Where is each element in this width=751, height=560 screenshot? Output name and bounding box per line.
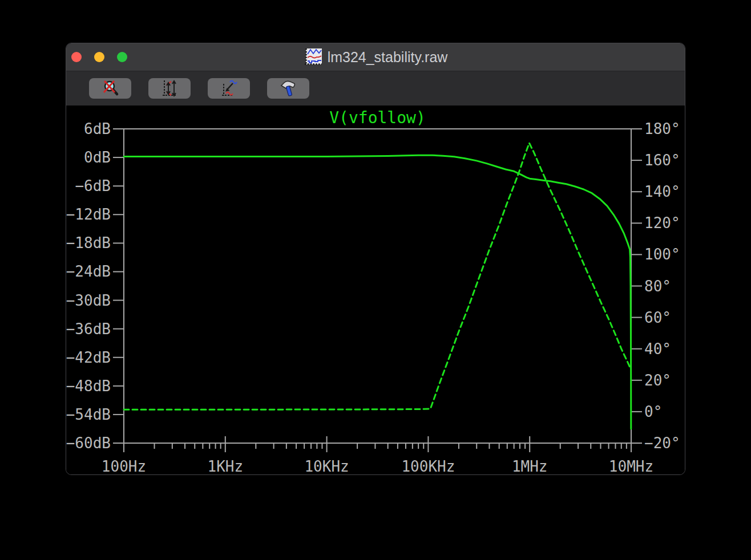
- x-tick-label: 1MHz: [512, 458, 548, 475]
- bode-plot-canvas[interactable]: 6dB0dB−6dB−12dB−18dB−24dB−30dB−36dB−42dB…: [66, 105, 685, 475]
- y-right-tick-label: 0°: [644, 403, 662, 420]
- x-tick-label: 100Hz: [102, 458, 146, 475]
- window-title-group: lm324_stability.raw: [304, 43, 448, 71]
- y-right-tick-label: 60°: [644, 309, 671, 326]
- minimize-button[interactable]: [94, 52, 104, 62]
- y-left-tick-label: −60dB: [66, 435, 111, 452]
- zoom-fit-icon: [219, 79, 239, 98]
- y-left-tick-label: −18dB: [66, 234, 111, 251]
- y-left-tick-label: −54dB: [66, 406, 111, 423]
- control-panel-button[interactable]: [267, 78, 309, 99]
- app-window: lm324_stability.raw: [66, 43, 685, 475]
- y-left-tick-label: −6dB: [75, 177, 111, 194]
- hammer-icon: [278, 79, 298, 98]
- traffic-lights: [71, 43, 127, 71]
- y-left-tick-label: 6dB: [84, 120, 111, 137]
- x-tick-label: 10KHz: [304, 458, 349, 475]
- plot-frame: [124, 129, 631, 443]
- y-right-tick-label: 140°: [644, 183, 680, 200]
- y-right-tick-label: −20°: [644, 435, 680, 452]
- y-right-tick-label: 80°: [644, 278, 671, 295]
- x-tick-label: 1KHz: [207, 458, 243, 475]
- x-tick-label: 100KHz: [401, 458, 455, 475]
- gain-trace: [124, 155, 631, 429]
- zoom-back-button[interactable]: [89, 78, 131, 99]
- y-left-tick-label: −24dB: [66, 263, 111, 280]
- title-bar[interactable]: lm324_stability.raw: [66, 43, 685, 71]
- zoom-button[interactable]: [117, 52, 127, 62]
- phase-trace: [124, 143, 631, 410]
- autorange-y-icon: [160, 79, 179, 98]
- waveform-document-icon: [304, 48, 322, 66]
- y-left-tick-label: −48dB: [66, 378, 111, 395]
- autorange-y-button[interactable]: [148, 78, 191, 99]
- y-right-tick-label: 180°: [644, 120, 680, 137]
- y-left-tick-label: −12dB: [66, 206, 111, 223]
- y-left-tick-label: 0dB: [84, 149, 111, 166]
- plot-pane[interactable]: V(vfollow) 6dB0dB−6dB−12dB−18dB−24dB−30d…: [66, 105, 685, 475]
- toolbar: [66, 71, 685, 105]
- zoom-fit-button[interactable]: [208, 78, 250, 99]
- window-title: lm324_stability.raw: [328, 43, 448, 71]
- y-left-tick-label: −36dB: [66, 320, 111, 338]
- y-right-tick-label: 120°: [644, 214, 680, 232]
- y-right-tick-label: 160°: [644, 152, 680, 169]
- y-left-tick-label: −42dB: [66, 349, 111, 366]
- x-tick-label: 10MHz: [609, 458, 653, 475]
- y-right-tick-label: 20°: [644, 372, 671, 389]
- close-button[interactable]: [71, 52, 82, 62]
- y-left-tick-label: −30dB: [66, 292, 111, 309]
- magnifier-crossed-icon: [100, 79, 120, 98]
- y-right-tick-label: 100°: [644, 246, 680, 263]
- y-right-tick-label: 40°: [644, 340, 671, 358]
